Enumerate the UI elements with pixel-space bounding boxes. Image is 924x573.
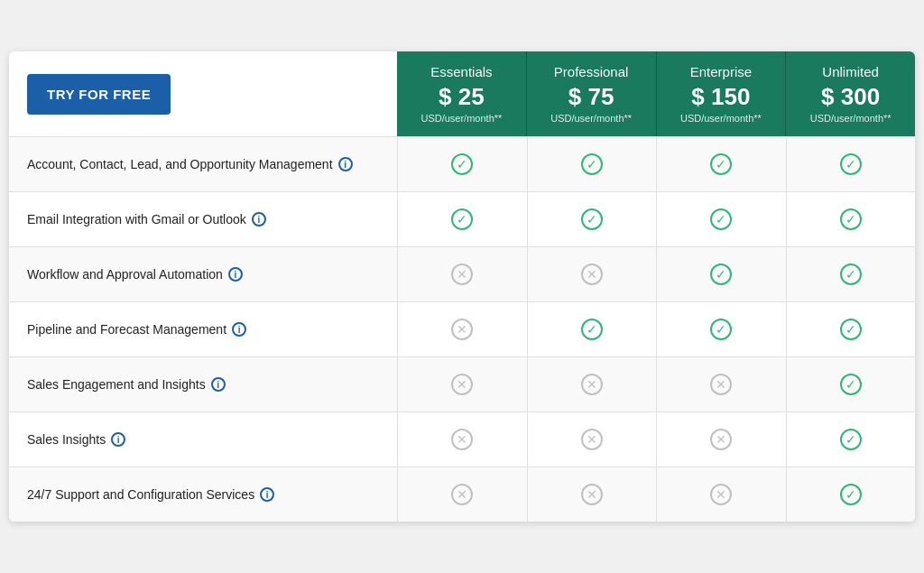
info-icon[interactable]: i — [260, 487, 274, 502]
plan-price: $ 150 — [664, 83, 779, 111]
header-row: TRY FOR FREE Essentials $ 25 USD/user/mo… — [9, 51, 915, 136]
plan-cell-2-0: ✕ — [397, 247, 527, 301]
plan-name: Essentials — [404, 64, 519, 79]
check-icon: ✓ — [581, 208, 603, 230]
feature-row: 24/7 Support and Configuration Servicesi… — [9, 467, 915, 522]
feature-label-1: Email Integration with Gmail or Outlooki — [9, 196, 397, 243]
check-icon: ✓ — [710, 263, 732, 285]
plan-cell-1-0: ✓ — [397, 192, 527, 246]
plan-cells: ✕✕✕✓ — [397, 467, 915, 522]
info-icon[interactable]: i — [228, 267, 243, 282]
cross-icon: ✕ — [710, 429, 732, 450]
plan-cells: ✕✕✕✓ — [397, 412, 915, 467]
plan-price: $ 75 — [534, 83, 649, 111]
pricing-table: TRY FOR FREE Essentials $ 25 USD/user/mo… — [9, 51, 915, 522]
info-icon[interactable]: i — [338, 157, 353, 171]
feature-row: Email Integration with Gmail or Outlooki… — [9, 191, 915, 246]
check-icon: ✓ — [710, 153, 732, 175]
check-icon: ✓ — [581, 319, 603, 340]
feature-label-0: Account, Contact, Lead, and Opportunity … — [9, 141, 397, 188]
check-icon: ✓ — [840, 374, 862, 395]
cross-icon: ✕ — [451, 319, 473, 340]
feature-text: Sales Engagement and Insights — [27, 377, 206, 392]
check-icon: ✓ — [451, 208, 473, 230]
plan-cell-0-1: ✓ — [527, 137, 657, 191]
plan-cell-5-1: ✕ — [527, 412, 657, 467]
check-icon: ✓ — [840, 319, 862, 340]
check-icon: ✓ — [840, 484, 862, 505]
check-icon: ✓ — [840, 208, 862, 230]
plan-price: $ 25 — [404, 83, 519, 111]
feature-label-2: Workflow and Approval Automationi — [9, 251, 397, 298]
feature-row: Pipeline and Forecast Managementi✕✓✓✓ — [9, 301, 915, 356]
feature-label-5: Sales Insightsi — [9, 416, 397, 463]
cross-icon: ✕ — [710, 374, 732, 395]
info-icon[interactable]: i — [111, 432, 125, 447]
cross-icon: ✕ — [451, 263, 473, 285]
plan-cell-3-0: ✕ — [397, 302, 527, 356]
feature-text: 24/7 Support and Configuration Services — [27, 487, 254, 502]
plan-cell-5-2: ✕ — [656, 412, 786, 467]
feature-text: Workflow and Approval Automation — [27, 267, 223, 282]
cross-icon: ✕ — [581, 374, 603, 395]
plan-header-1: Professional $ 75 USD/user/month** — [526, 51, 656, 136]
feature-label-6: 24/7 Support and Configuration Servicesi — [9, 471, 397, 518]
feature-row: Account, Contact, Lead, and Opportunity … — [9, 136, 915, 191]
feature-row: Sales Engagement and Insightsi✕✕✕✓ — [9, 356, 915, 411]
info-icon[interactable]: i — [211, 377, 226, 392]
feature-text: Email Integration with Gmail or Outlook — [27, 212, 246, 226]
plan-cells: ✓✓✓✓ — [397, 137, 915, 191]
plan-cell-5-3: ✓ — [786, 412, 916, 467]
cross-icon: ✕ — [451, 429, 473, 450]
feature-row: Sales Insightsi✕✕✕✓ — [9, 411, 915, 467]
cross-icon: ✕ — [581, 263, 603, 285]
plan-cells: ✕✕✕✓ — [397, 357, 915, 411]
plan-cell-1-2: ✓ — [656, 192, 786, 246]
cross-icon: ✕ — [710, 484, 732, 505]
plan-cell-4-1: ✕ — [527, 357, 657, 411]
feature-text: Pipeline and Forecast Management — [27, 322, 226, 337]
plan-cell-3-1: ✓ — [527, 302, 657, 356]
plan-cells: ✕✕✓✓ — [397, 247, 915, 301]
check-icon: ✓ — [840, 153, 862, 175]
info-icon[interactable]: i — [232, 322, 246, 337]
plan-cell-2-1: ✕ — [527, 247, 657, 301]
plan-cell-3-3: ✓ — [786, 302, 916, 356]
info-icon[interactable]: i — [252, 212, 266, 226]
check-icon: ✓ — [710, 319, 732, 340]
plan-name: Unlimited — [793, 64, 908, 79]
plan-cell-6-2: ✕ — [656, 467, 786, 522]
plan-name: Professional — [534, 64, 649, 79]
plan-header-3: Unlimited $ 300 USD/user/month** — [785, 51, 915, 136]
feature-label-4: Sales Engagement and Insightsi — [9, 361, 397, 408]
feature-row: Workflow and Approval Automationi✕✕✓✓ — [9, 246, 915, 301]
plan-cell-6-0: ✕ — [397, 467, 527, 522]
check-icon: ✓ — [840, 429, 862, 450]
plan-name: Enterprise — [664, 64, 779, 79]
plan-cell-4-3: ✓ — [786, 357, 916, 411]
check-icon: ✓ — [451, 153, 473, 175]
check-icon: ✓ — [710, 208, 732, 230]
plan-cell-4-2: ✕ — [656, 357, 786, 411]
plan-cell-2-2: ✓ — [656, 247, 786, 301]
plan-cell-3-2: ✓ — [656, 302, 786, 356]
cross-icon: ✕ — [451, 374, 473, 395]
plan-cell-2-3: ✓ — [786, 247, 916, 301]
feature-text: Account, Contact, Lead, and Opportunity … — [27, 157, 333, 171]
header-label-cell: TRY FOR FREE — [9, 51, 397, 136]
plan-cell-4-0: ✕ — [397, 357, 527, 411]
plan-cell-6-1: ✕ — [527, 467, 657, 522]
cross-icon: ✕ — [451, 484, 473, 505]
check-icon: ✓ — [581, 153, 603, 175]
plan-cell-0-3: ✓ — [786, 137, 916, 191]
plan-header-0: Essentials $ 25 USD/user/month** — [397, 51, 526, 136]
feature-text: Sales Insights — [27, 432, 106, 447]
try-for-free-button[interactable]: TRY FOR FREE — [27, 74, 171, 115]
plan-price-note: USD/user/month** — [793, 113, 908, 124]
plan-cell-5-0: ✕ — [397, 412, 527, 467]
check-icon: ✓ — [840, 263, 862, 285]
plan-header-2: Enterprise $ 150 USD/user/month** — [656, 51, 786, 136]
plan-price-note: USD/user/month** — [534, 113, 649, 124]
plan-price: $ 300 — [793, 83, 908, 111]
plan-cell-1-3: ✓ — [786, 192, 916, 246]
